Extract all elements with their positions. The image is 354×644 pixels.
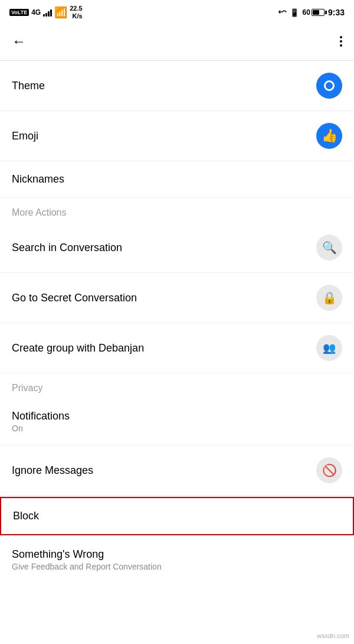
ignore-icon-circle: 🚫 bbox=[316, 457, 342, 483]
battery-container: 60 bbox=[303, 8, 324, 17]
emoji-label-group: Emoji bbox=[12, 130, 38, 142]
nicknames-label: Nicknames bbox=[12, 173, 64, 186]
ignore-messages-label: Ignore Messages bbox=[12, 464, 93, 477]
search-icon-circle: 🔍 bbox=[316, 235, 342, 261]
status-bar: VoLTE 4G 📶 22.5 K/s ⬿ 📱 60 9:33 bbox=[0, 0, 354, 24]
battery-fill bbox=[313, 10, 319, 15]
more-dot-1 bbox=[340, 36, 342, 38]
ignore-icon: 🚫 bbox=[322, 463, 337, 477]
wifi-icon: 📶 bbox=[54, 6, 67, 19]
theme-label-group: Theme bbox=[12, 80, 45, 92]
theme-dot bbox=[324, 80, 335, 91]
notifications-label: Notifications bbox=[12, 410, 70, 422]
emoji-label: Emoji bbox=[12, 130, 38, 142]
more-dot-2 bbox=[340, 40, 342, 43]
privacy-header: Privacy bbox=[0, 373, 354, 398]
battery-percent: 60 bbox=[303, 8, 310, 17]
notifications-status: On bbox=[12, 424, 70, 433]
menu-item-secret-conversation[interactable]: Go to Secret Conversation 🔒 bbox=[0, 273, 354, 323]
menu-item-notifications[interactable]: Notifications On bbox=[0, 398, 354, 445]
menu-list: Theme Emoji 👍 Nicknames More Actions Sea… bbox=[0, 61, 354, 583]
network-type: 4G bbox=[31, 8, 41, 17]
create-group-label: Create group with Debanjan bbox=[12, 342, 144, 354]
ignore-messages-label-group: Ignore Messages bbox=[12, 464, 93, 477]
block-label-group: Block bbox=[13, 510, 39, 522]
somethings-wrong-label: Something's Wrong bbox=[12, 548, 162, 561]
lock-icon-circle: 🔒 bbox=[316, 285, 342, 311]
search-conversation-label-group: Search in Conversation bbox=[12, 242, 122, 254]
battery-icon bbox=[312, 9, 324, 16]
emoji-icon: 👍 bbox=[316, 123, 342, 149]
status-left: VoLTE 4G 📶 22.5 K/s bbox=[9, 5, 83, 20]
menu-item-block[interactable]: Block bbox=[0, 497, 354, 535]
bluetooth-icon: ⬿ bbox=[278, 8, 286, 17]
phone-icon: 📱 bbox=[290, 8, 299, 17]
menu-item-create-group[interactable]: Create group with Debanjan 👥 bbox=[0, 323, 354, 373]
thumbs-up-icon: 👍 bbox=[322, 128, 337, 144]
somethings-wrong-sublabel: Give Feedback and Report Conversation bbox=[12, 562, 162, 571]
watermark: wsxdn.com bbox=[317, 632, 349, 639]
group-icon: 👥 bbox=[323, 341, 336, 354]
lock-icon: 🔒 bbox=[322, 291, 337, 305]
data-speed: 22.5 K/s bbox=[70, 5, 82, 20]
block-label: Block bbox=[13, 510, 39, 522]
volte-badge: VoLTE bbox=[9, 9, 29, 16]
menu-item-ignore-messages[interactable]: Ignore Messages 🚫 bbox=[0, 445, 354, 496]
somethings-wrong-label-group: Something's Wrong Give Feedback and Repo… bbox=[12, 548, 162, 571]
menu-item-somethings-wrong[interactable]: Something's Wrong Give Feedback and Repo… bbox=[0, 536, 354, 583]
group-icon-circle: 👥 bbox=[316, 335, 342, 361]
notifications-label-group: Notifications On bbox=[12, 410, 70, 433]
more-menu-button[interactable] bbox=[337, 34, 345, 49]
menu-item-nicknames[interactable]: Nicknames bbox=[0, 161, 354, 198]
menu-item-search-conversation[interactable]: Search in Conversation 🔍 bbox=[0, 223, 354, 273]
more-dot-3 bbox=[340, 44, 342, 47]
create-group-label-group: Create group with Debanjan bbox=[12, 342, 144, 354]
secret-conversation-label: Go to Secret Conversation bbox=[12, 292, 137, 304]
theme-icon bbox=[316, 73, 342, 99]
back-button[interactable]: ← bbox=[9, 31, 28, 52]
status-right: ⬿ 📱 60 9:33 bbox=[278, 8, 345, 17]
secret-conversation-label-group: Go to Secret Conversation bbox=[12, 292, 137, 304]
time-display: 9:33 bbox=[328, 8, 345, 17]
top-nav: ← bbox=[0, 24, 354, 61]
signal-bars bbox=[43, 8, 52, 17]
search-icon: 🔍 bbox=[322, 240, 337, 255]
theme-label: Theme bbox=[12, 80, 45, 92]
search-conversation-label: Search in Conversation bbox=[12, 242, 122, 254]
more-actions-header: More Actions bbox=[0, 198, 354, 223]
nicknames-label-group: Nicknames bbox=[12, 173, 64, 186]
menu-item-theme[interactable]: Theme bbox=[0, 61, 354, 111]
menu-item-emoji[interactable]: Emoji 👍 bbox=[0, 111, 354, 161]
